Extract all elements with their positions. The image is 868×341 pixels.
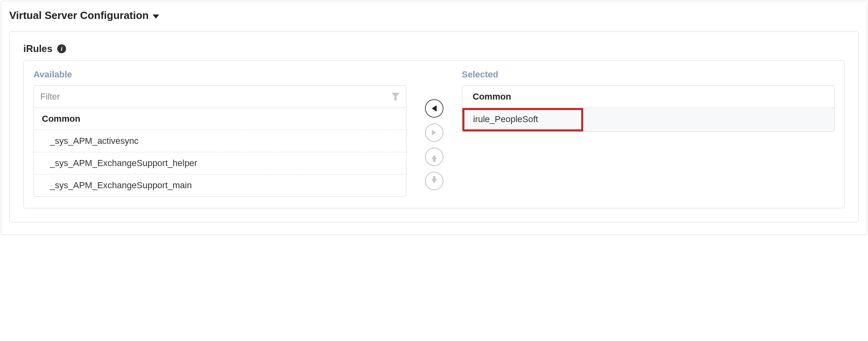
field-header: iRules i <box>23 43 845 54</box>
info-icon[interactable]: i <box>57 44 66 53</box>
selected-column: Selected Common irule_PeopleSoft <box>462 69 835 197</box>
caret-down-icon <box>153 15 159 19</box>
available-title: Available <box>33 69 406 80</box>
filter-row <box>34 86 406 108</box>
list-item[interactable]: irule_PeopleSoft <box>462 108 583 131</box>
available-listbox: Common _sys_APM_activesync _sys_APM_Exch… <box>33 85 406 197</box>
move-down-button[interactable] <box>425 172 443 190</box>
config-panel: Virtual Server Configuration iRules i Av… <box>1 1 867 235</box>
selected-title: Selected <box>462 69 835 80</box>
dual-list: Available Common _sys_APM_activesync _sy… <box>23 60 845 208</box>
list-item-row: irule_PeopleSoft <box>462 108 835 131</box>
arrow-left-icon <box>432 105 437 112</box>
move-left-button[interactable] <box>425 99 443 118</box>
move-up-button[interactable] <box>425 148 443 166</box>
arrow-down-icon <box>431 179 437 183</box>
list-item[interactable]: _sys_APM_ExchangeSupport_main <box>34 175 406 196</box>
filter-icon[interactable] <box>392 93 400 101</box>
selected-listbox: Common irule_PeopleSoft <box>462 85 835 132</box>
move-controls <box>406 69 462 197</box>
section-header[interactable]: Virtual Server Configuration <box>9 9 859 22</box>
selected-group-header: Common <box>462 86 835 108</box>
list-item[interactable]: _sys_APM_ExchangeSupport_helper <box>34 152 406 175</box>
list-item[interactable]: _sys_APM_activesync <box>34 130 406 152</box>
section-body: iRules i Available Common _sys_APM_activ… <box>9 31 859 222</box>
section-title: Virtual Server Configuration <box>9 9 149 22</box>
available-group-header: Common <box>34 108 406 130</box>
filter-input[interactable] <box>34 86 392 108</box>
move-right-button[interactable] <box>425 123 443 142</box>
field-label: iRules <box>23 43 52 54</box>
available-column: Available Common _sys_APM_activesync _sy… <box>33 69 406 197</box>
arrow-up-icon <box>431 155 437 159</box>
arrow-right-icon <box>432 130 436 135</box>
